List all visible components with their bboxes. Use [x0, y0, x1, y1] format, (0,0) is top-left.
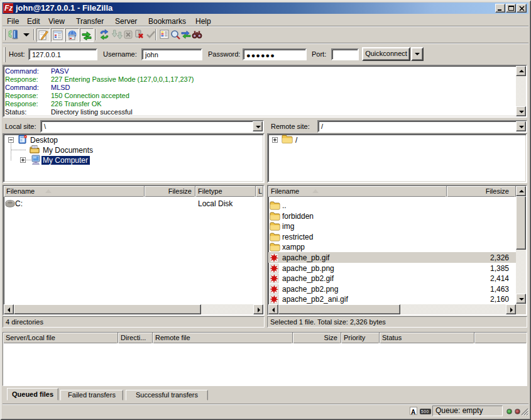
- svg-text:Fz: Fz: [4, 4, 13, 13]
